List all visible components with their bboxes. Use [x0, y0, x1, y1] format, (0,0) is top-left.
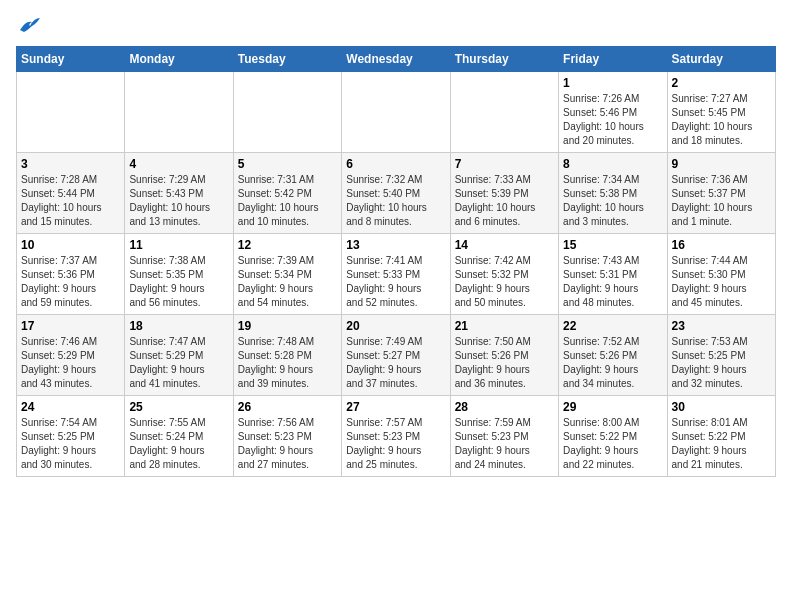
day-info: Sunrise: 7:52 AM Sunset: 5:26 PM Dayligh… — [563, 335, 662, 391]
calendar-cell: 1Sunrise: 7:26 AM Sunset: 5:46 PM Daylig… — [559, 72, 667, 153]
day-number: 4 — [129, 157, 228, 171]
day-number: 24 — [21, 400, 120, 414]
day-info: Sunrise: 7:49 AM Sunset: 5:27 PM Dayligh… — [346, 335, 445, 391]
weekday-header-tuesday: Tuesday — [233, 47, 341, 72]
day-info: Sunrise: 8:01 AM Sunset: 5:22 PM Dayligh… — [672, 416, 771, 472]
day-number: 11 — [129, 238, 228, 252]
calendar-cell: 28Sunrise: 7:59 AM Sunset: 5:23 PM Dayli… — [450, 396, 558, 477]
calendar-cell: 26Sunrise: 7:56 AM Sunset: 5:23 PM Dayli… — [233, 396, 341, 477]
day-info: Sunrise: 7:59 AM Sunset: 5:23 PM Dayligh… — [455, 416, 554, 472]
logo-bird-icon — [18, 16, 40, 34]
calendar-cell: 20Sunrise: 7:49 AM Sunset: 5:27 PM Dayli… — [342, 315, 450, 396]
day-info: Sunrise: 7:46 AM Sunset: 5:29 PM Dayligh… — [21, 335, 120, 391]
calendar-week-row: 1Sunrise: 7:26 AM Sunset: 5:46 PM Daylig… — [17, 72, 776, 153]
weekday-header-thursday: Thursday — [450, 47, 558, 72]
day-info: Sunrise: 7:41 AM Sunset: 5:33 PM Dayligh… — [346, 254, 445, 310]
day-number: 28 — [455, 400, 554, 414]
calendar-cell: 18Sunrise: 7:47 AM Sunset: 5:29 PM Dayli… — [125, 315, 233, 396]
calendar-cell: 7Sunrise: 7:33 AM Sunset: 5:39 PM Daylig… — [450, 153, 558, 234]
day-info: Sunrise: 7:39 AM Sunset: 5:34 PM Dayligh… — [238, 254, 337, 310]
calendar-cell: 9Sunrise: 7:36 AM Sunset: 5:37 PM Daylig… — [667, 153, 775, 234]
page-header — [16, 16, 776, 34]
day-number: 5 — [238, 157, 337, 171]
day-number: 6 — [346, 157, 445, 171]
weekday-header-friday: Friday — [559, 47, 667, 72]
day-info: Sunrise: 7:53 AM Sunset: 5:25 PM Dayligh… — [672, 335, 771, 391]
day-info: Sunrise: 7:50 AM Sunset: 5:26 PM Dayligh… — [455, 335, 554, 391]
calendar-cell: 29Sunrise: 8:00 AM Sunset: 5:22 PM Dayli… — [559, 396, 667, 477]
calendar-cell: 16Sunrise: 7:44 AM Sunset: 5:30 PM Dayli… — [667, 234, 775, 315]
weekday-header-sunday: Sunday — [17, 47, 125, 72]
day-number: 19 — [238, 319, 337, 333]
day-number: 29 — [563, 400, 662, 414]
calendar-cell: 8Sunrise: 7:34 AM Sunset: 5:38 PM Daylig… — [559, 153, 667, 234]
calendar-cell: 13Sunrise: 7:41 AM Sunset: 5:33 PM Dayli… — [342, 234, 450, 315]
calendar-cell: 30Sunrise: 8:01 AM Sunset: 5:22 PM Dayli… — [667, 396, 775, 477]
calendar-cell: 14Sunrise: 7:42 AM Sunset: 5:32 PM Dayli… — [450, 234, 558, 315]
day-info: Sunrise: 7:56 AM Sunset: 5:23 PM Dayligh… — [238, 416, 337, 472]
calendar-cell — [342, 72, 450, 153]
calendar-cell: 27Sunrise: 7:57 AM Sunset: 5:23 PM Dayli… — [342, 396, 450, 477]
day-info: Sunrise: 7:31 AM Sunset: 5:42 PM Dayligh… — [238, 173, 337, 229]
day-info: Sunrise: 8:00 AM Sunset: 5:22 PM Dayligh… — [563, 416, 662, 472]
day-info: Sunrise: 7:27 AM Sunset: 5:45 PM Dayligh… — [672, 92, 771, 148]
day-number: 14 — [455, 238, 554, 252]
calendar-cell: 2Sunrise: 7:27 AM Sunset: 5:45 PM Daylig… — [667, 72, 775, 153]
logo — [16, 16, 40, 34]
day-number: 25 — [129, 400, 228, 414]
calendar-table: SundayMondayTuesdayWednesdayThursdayFrid… — [16, 46, 776, 477]
day-info: Sunrise: 7:26 AM Sunset: 5:46 PM Dayligh… — [563, 92, 662, 148]
day-number: 21 — [455, 319, 554, 333]
day-info: Sunrise: 7:47 AM Sunset: 5:29 PM Dayligh… — [129, 335, 228, 391]
calendar-week-row: 24Sunrise: 7:54 AM Sunset: 5:25 PM Dayli… — [17, 396, 776, 477]
calendar-week-row: 3Sunrise: 7:28 AM Sunset: 5:44 PM Daylig… — [17, 153, 776, 234]
day-info: Sunrise: 7:57 AM Sunset: 5:23 PM Dayligh… — [346, 416, 445, 472]
day-number: 15 — [563, 238, 662, 252]
calendar-cell: 12Sunrise: 7:39 AM Sunset: 5:34 PM Dayli… — [233, 234, 341, 315]
day-info: Sunrise: 7:37 AM Sunset: 5:36 PM Dayligh… — [21, 254, 120, 310]
day-info: Sunrise: 7:55 AM Sunset: 5:24 PM Dayligh… — [129, 416, 228, 472]
weekday-header-saturday: Saturday — [667, 47, 775, 72]
day-info: Sunrise: 7:36 AM Sunset: 5:37 PM Dayligh… — [672, 173, 771, 229]
calendar-cell: 6Sunrise: 7:32 AM Sunset: 5:40 PM Daylig… — [342, 153, 450, 234]
calendar-cell — [450, 72, 558, 153]
calendar-cell: 15Sunrise: 7:43 AM Sunset: 5:31 PM Dayli… — [559, 234, 667, 315]
calendar-cell: 23Sunrise: 7:53 AM Sunset: 5:25 PM Dayli… — [667, 315, 775, 396]
day-number: 7 — [455, 157, 554, 171]
day-number: 3 — [21, 157, 120, 171]
day-number: 18 — [129, 319, 228, 333]
day-number: 27 — [346, 400, 445, 414]
day-number: 9 — [672, 157, 771, 171]
day-info: Sunrise: 7:32 AM Sunset: 5:40 PM Dayligh… — [346, 173, 445, 229]
calendar-cell: 19Sunrise: 7:48 AM Sunset: 5:28 PM Dayli… — [233, 315, 341, 396]
day-number: 12 — [238, 238, 337, 252]
calendar-week-row: 17Sunrise: 7:46 AM Sunset: 5:29 PM Dayli… — [17, 315, 776, 396]
calendar-cell: 3Sunrise: 7:28 AM Sunset: 5:44 PM Daylig… — [17, 153, 125, 234]
day-number: 13 — [346, 238, 445, 252]
day-number: 2 — [672, 76, 771, 90]
day-info: Sunrise: 7:44 AM Sunset: 5:30 PM Dayligh… — [672, 254, 771, 310]
day-info: Sunrise: 7:33 AM Sunset: 5:39 PM Dayligh… — [455, 173, 554, 229]
day-number: 1 — [563, 76, 662, 90]
calendar-cell — [125, 72, 233, 153]
day-number: 22 — [563, 319, 662, 333]
calendar-cell: 4Sunrise: 7:29 AM Sunset: 5:43 PM Daylig… — [125, 153, 233, 234]
calendar-header-row: SundayMondayTuesdayWednesdayThursdayFrid… — [17, 47, 776, 72]
day-info: Sunrise: 7:54 AM Sunset: 5:25 PM Dayligh… — [21, 416, 120, 472]
weekday-header-monday: Monday — [125, 47, 233, 72]
day-info: Sunrise: 7:34 AM Sunset: 5:38 PM Dayligh… — [563, 173, 662, 229]
day-info: Sunrise: 7:42 AM Sunset: 5:32 PM Dayligh… — [455, 254, 554, 310]
calendar-cell: 5Sunrise: 7:31 AM Sunset: 5:42 PM Daylig… — [233, 153, 341, 234]
day-number: 17 — [21, 319, 120, 333]
calendar-cell: 24Sunrise: 7:54 AM Sunset: 5:25 PM Dayli… — [17, 396, 125, 477]
calendar-cell: 25Sunrise: 7:55 AM Sunset: 5:24 PM Dayli… — [125, 396, 233, 477]
day-number: 30 — [672, 400, 771, 414]
calendar-week-row: 10Sunrise: 7:37 AM Sunset: 5:36 PM Dayli… — [17, 234, 776, 315]
calendar-cell: 22Sunrise: 7:52 AM Sunset: 5:26 PM Dayli… — [559, 315, 667, 396]
day-number: 10 — [21, 238, 120, 252]
day-number: 8 — [563, 157, 662, 171]
day-info: Sunrise: 7:43 AM Sunset: 5:31 PM Dayligh… — [563, 254, 662, 310]
day-number: 20 — [346, 319, 445, 333]
calendar-cell — [233, 72, 341, 153]
day-number: 23 — [672, 319, 771, 333]
